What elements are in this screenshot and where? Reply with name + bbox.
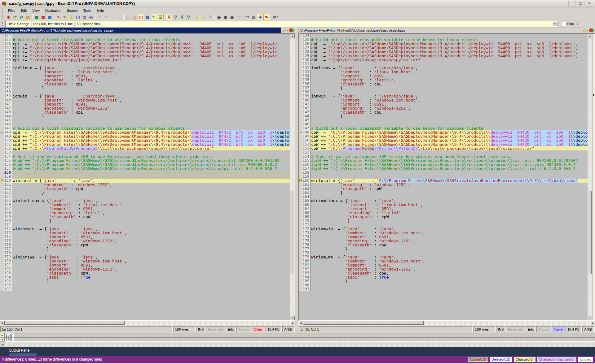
code-line[interactable]: 142 'encoding' : 'windows-1252', — [0, 106, 290, 110]
scroll-track[interactable] — [5, 321, 290, 326]
current-diff-button[interactable]: ■ — [201, 14, 207, 20]
code-line[interactable]: 159 — [299, 175, 588, 179]
code-line[interactable]: 151cpW += ";C:\\Program Files\\SASHome\\… — [299, 142, 588, 146]
code-line[interactable]: 134 'iomport' : 8591, — [0, 74, 290, 78]
menu-item-edit[interactable]: Edit — [18, 8, 29, 13]
show-differences-button[interactable]: □ — [131, 14, 138, 20]
diff-arrow-icon[interactable]: ◄ — [300, 131, 302, 134]
filter-custom-button[interactable]: ∇ — [185, 14, 192, 20]
current-diff-arrow-icon[interactable]: ◄ — [299, 179, 302, 182]
code-line[interactable]: 140 'iomhost' : 'windows.iom.host', — [299, 98, 588, 102]
code-line[interactable]: ◄160winlocal = {'java' : 'C:\\Program Fi… — [299, 179, 588, 183]
maximize-button[interactable]: ❐ — [577, 1, 584, 6]
previous-diff-button[interactable]: ▲ — [194, 14, 201, 20]
menu-item-navigation[interactable]: Navigation — [42, 8, 64, 13]
code-line[interactable]: 130cpL += ":/opt/github/saspy/java/saspy… — [299, 58, 588, 62]
close-button[interactable]: ✕ — [586, 1, 593, 6]
code-line[interactable]: 163 } — [0, 191, 290, 195]
skip-checkbox[interactable] — [562, 22, 566, 26]
line-inspector-button[interactable]: ≣ — [250, 14, 257, 20]
code-line[interactable]: 146 — [299, 122, 588, 126]
diff-overview-map[interactable] — [592, 34, 595, 320]
diffbar-grip[interactable] — [2, 22, 3, 26]
code-line[interactable]: 173 'iomhost' : 'windows.iom.host', — [299, 231, 588, 235]
save-comparison-button[interactable]: ▲ — [68, 14, 75, 20]
code-line[interactable]: 127cpL += ":/opt/sasinside/SASHome/SASDe… — [299, 46, 588, 50]
code-line[interactable]: 156#cpW += ";C:\\Program Files\\SASHome\… — [0, 162, 290, 167]
code-line[interactable]: 185 } — [299, 279, 588, 283]
code-line[interactable]: 173 'iomhost' : 'windows.iom.host', — [0, 231, 290, 235]
code-line[interactable]: 156#cpW += ";C:\\Program Files\\SASHome\… — [299, 162, 588, 167]
code-line[interactable]: 174 'iomport' : 8591, — [0, 235, 290, 239]
code-line[interactable]: 183 'classpath' : cpW, — [0, 271, 290, 275]
filter-none-button[interactable]: ∇ — [172, 14, 179, 20]
code-line[interactable]: 128cpL += ":/opt/sasinside/SASHome/SASDe… — [299, 50, 588, 54]
code-line[interactable]: 133 'iomhost' : 'linux.iom.host', — [0, 70, 290, 74]
code-line[interactable]: 130cpL += ":/opt/github/saspy/java/saspy… — [0, 58, 290, 62]
code-line[interactable]: 176 'classpath' : cpW — [299, 243, 588, 247]
diff-arrow-icon[interactable]: ► — [2, 131, 3, 134]
code-line[interactable]: 177 } — [299, 247, 588, 251]
code-line[interactable]: 150cpW += ";C:\\Program Files\\SASHome\\… — [0, 138, 290, 142]
code-line[interactable]: 144 } — [0, 114, 290, 118]
code-line[interactable]: 124 — [299, 34, 588, 38]
code-line[interactable]: 132iomlinux = {'java' : '/usr/bin/java', — [299, 66, 588, 70]
code-line[interactable]: 179winiomIWA = {'java' : 'java', — [0, 255, 290, 259]
code-line[interactable]: 139iomwin = {'java' : '/usr/bin/java', — [0, 94, 290, 98]
code-line[interactable]: 180 'iomhost' : 'windows.iom.host', — [299, 259, 588, 263]
scroll-down-button[interactable]: ▼ — [290, 316, 295, 320]
edit-second-button[interactable]: ✎ — [62, 14, 68, 20]
output-pane-header[interactable]: Output Pane — [0, 347, 595, 356]
edit-first-button[interactable]: ✎ — [55, 14, 62, 20]
code-line[interactable]: 157#cpW += ";C:\\Program Files\\SASHome\… — [0, 167, 290, 171]
folder-icon[interactable]: ▤ — [582, 28, 586, 32]
code-line[interactable]: 171 — [0, 223, 290, 227]
code-line[interactable]: 158 — [299, 171, 588, 175]
code-line[interactable]: 186 — [0, 283, 290, 287]
scroll-thumb[interactable] — [5, 321, 125, 325]
code-line[interactable]: 181 'iomport' : 8591, — [299, 263, 588, 267]
code-line[interactable]: 136 'classpath' : cpL — [0, 82, 290, 86]
code-line[interactable]: 169 'classpath' : cpW — [299, 215, 588, 219]
print-button[interactable]: ▤ — [81, 14, 88, 20]
code-line[interactable]: 162 'classpath' : cpW — [299, 187, 588, 191]
find-prev-button[interactable]: ◉ — [229, 14, 235, 20]
recompare-button[interactable]: ⟳ — [12, 14, 18, 20]
scroll-right-button[interactable]: ▶ — [590, 321, 595, 325]
allow-editing-button[interactable]: ✎ — [263, 14, 270, 20]
code-line[interactable]: 175 'encoding' : 'windows-1252', — [0, 239, 290, 243]
inspector-scroll-left-button[interactable]: ◀ — [0, 342, 5, 347]
code-line[interactable]: 155#cpW += ";C:\\Program Files\\SASHome\… — [0, 158, 290, 162]
code-line[interactable]: 168 'encoding' : 'latin1', — [299, 211, 588, 215]
code-line[interactable]: 165winiomlinux = {'java' : 'java', — [299, 199, 588, 203]
diff-combo-dropdown[interactable]: ▼ — [552, 22, 558, 26]
code-line[interactable]: 126cpL = "/opt/sasinside/SASHome/SASDepl… — [0, 42, 290, 46]
menu-item-files[interactable]: Files — [5, 8, 18, 13]
code-line[interactable]: ►160winlocal = {'java' : 'java', — [0, 179, 290, 183]
horizontal-scrollbar[interactable]: ◀▶ — [298, 321, 595, 326]
menu-item-tools[interactable]: Tools — [81, 8, 94, 13]
code-line[interactable]: 187 — [299, 287, 588, 291]
code-line[interactable]: 184 'sspi' : True — [299, 275, 588, 279]
plugins-button[interactable]: ✚ — [257, 14, 263, 20]
code-line[interactable]: 138 — [0, 90, 290, 94]
code-line[interactable]: 162 'classpath' : cpW — [0, 187, 290, 191]
code-rows[interactable]: 124125# build out a local classpath vari… — [299, 34, 588, 320]
code-line[interactable]: 175 'encoding' : 'windows-1252', — [299, 239, 588, 243]
code-line[interactable]: 172winiomwin = {'java' : 'java', — [299, 227, 588, 231]
menu-item-view[interactable]: View — [29, 8, 42, 13]
dropdown-arrow-icon[interactable]: ▾ — [287, 29, 288, 32]
code-line[interactable]: 125# build out a local classpath variabl… — [299, 38, 588, 42]
code-line[interactable]: 161 'encoding' : 'windows-1252', — [299, 183, 588, 187]
code-line[interactable]: 132iomlinux = {'java' : '/usr/bin/java', — [0, 66, 290, 70]
code-line[interactable]: 152cpW += ";C:\\ProgramData\\Anaconda3\\… — [0, 146, 290, 150]
code-line[interactable]: 166 'iomhost' : 'linux.iom.host', — [0, 203, 290, 207]
code-line[interactable]: 136 'classpath' : cpL — [299, 82, 588, 86]
scroll-left-button[interactable]: ◀ — [298, 321, 303, 325]
scroll-track[interactable] — [303, 321, 590, 326]
horizontal-scrollbar[interactable]: ◀▶ — [0, 321, 295, 326]
code-line[interactable]: 143 'classpath' : cpL — [299, 110, 588, 114]
code-line[interactable]: 147# build out a local classpath variabl… — [299, 126, 588, 130]
code-line[interactable]: 178 — [299, 251, 588, 255]
code-line[interactable]: 166 'iomhost' : 'linux.iom.host', — [299, 203, 588, 207]
